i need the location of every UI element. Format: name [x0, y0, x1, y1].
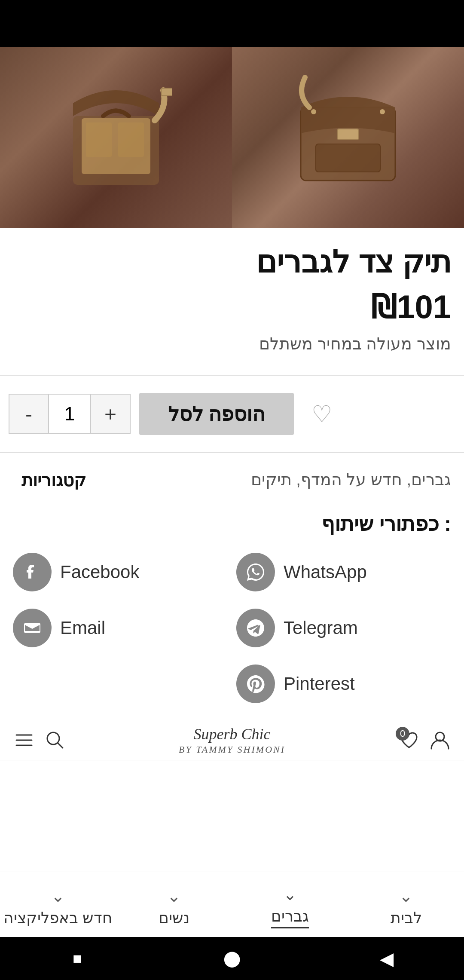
share-grid: WhatsApp Facebook Telegram: [13, 553, 451, 703]
product-price: ₪101: [13, 288, 451, 326]
share-section: : כפתורי שיתוף WhatsApp Facebook: [0, 503, 464, 720]
wishlist-button[interactable]: ♡: [302, 395, 341, 433]
android-back-button[interactable]: ◀: [372, 943, 402, 974]
svg-rect-10: [161, 88, 172, 96]
add-to-cart-button[interactable]: הוספה לסל: [139, 393, 294, 435]
svg-point-4: [311, 109, 316, 114]
nav-home-label: לבית: [391, 909, 422, 927]
share-telegram[interactable]: Telegram: [236, 609, 451, 647]
telegram-label: Telegram: [284, 618, 358, 638]
nav-item-new[interactable]: ⌄ חדש באפליקציה: [0, 882, 116, 931]
share-whatsapp[interactable]: WhatsApp: [236, 553, 451, 591]
top-navbar: 0 Superb Chic BY TAMMY SHIMONI: [0, 720, 464, 760]
nav-item-home[interactable]: ⌄ לבית: [348, 882, 464, 931]
categories-values: גברים, חדש על המדף, תיקים: [251, 470, 451, 489]
status-bar: [0, 0, 464, 47]
product-title: תיק צד לגברים: [13, 245, 451, 279]
search-button[interactable]: [44, 729, 66, 751]
pinterest-label: Pinterest: [284, 674, 355, 694]
nav-new-label: חדש באפליקציה: [3, 909, 113, 927]
brand-logo: Superb Chic BY TAMMY SHIMONI: [179, 725, 285, 755]
menu-button[interactable]: [13, 729, 35, 751]
nav-item-women[interactable]: ⌄ נשים: [116, 882, 232, 931]
quantity-value: 1: [48, 395, 91, 433]
whatsapp-label: WhatsApp: [284, 562, 367, 582]
qty-plus-button[interactable]: +: [91, 395, 130, 433]
svg-rect-3: [316, 144, 380, 172]
chevron-men-icon: ⌄: [283, 885, 297, 904]
email-icon: [13, 609, 52, 647]
categories-row: קטגוריות גברים, חדש על המדף, תיקים: [0, 457, 464, 503]
quantity-controls: + 1 -: [9, 394, 131, 434]
svg-rect-9: [118, 122, 144, 157]
cart-row: ♡ הוספה לסל + 1 -: [0, 380, 464, 448]
facebook-label: Facebook: [60, 562, 139, 582]
chevron-home-icon: ⌄: [399, 887, 413, 906]
bottom-navbar: ⌄ לבית ⌄ גברים ⌄ נשים ⌄ חדש באפליקציה ◀ …: [0, 872, 464, 980]
product-info: תיק צד לגברים ₪101 מוצר מעולה במחיר משתל…: [0, 228, 464, 371]
product-images: [0, 47, 464, 228]
telegram-icon: [236, 609, 275, 647]
android-recent-button[interactable]: ■: [62, 943, 92, 974]
navbar-right-icons: 0: [398, 729, 451, 751]
facebook-icon: [13, 553, 52, 591]
product-image-right: [0, 47, 232, 228]
android-system-bar: ◀ ⬤ ■: [0, 937, 464, 980]
categories-label: קטגוריות: [21, 470, 86, 490]
chevron-new-icon: ⌄: [51, 887, 65, 906]
heart-icon: ♡: [311, 401, 332, 428]
email-label: Email: [60, 618, 105, 638]
wishlist-count: 0: [396, 727, 409, 741]
share-facebook[interactable]: Facebook: [13, 553, 228, 591]
share-title: : כפתורי שיתוף: [13, 511, 451, 536]
user-icon-button[interactable]: [429, 729, 451, 751]
svg-rect-2: [337, 129, 359, 140]
whatsapp-icon: [236, 553, 275, 591]
nav-item-men[interactable]: ⌄ גברים: [232, 881, 348, 933]
product-image-left: [232, 47, 464, 228]
android-home-button[interactable]: ⬤: [217, 943, 247, 974]
bottom-nav-items: ⌄ לבית ⌄ גברים ⌄ נשים ⌄ חדש באפליקציה: [0, 872, 464, 937]
qty-minus-button[interactable]: -: [9, 395, 48, 433]
divider-2: [0, 452, 464, 453]
nav-men-label: גברים: [271, 907, 309, 928]
brand-logo-area: Superb Chic BY TAMMY SHIMONI: [179, 725, 285, 755]
pinterest-icon: [236, 665, 275, 703]
product-subtitle: מוצר מעולה במחיר משתלם: [13, 334, 451, 362]
svg-rect-8: [86, 122, 112, 157]
svg-point-5: [380, 109, 385, 114]
navbar-left-icons: [13, 729, 66, 751]
chevron-women-icon: ⌄: [167, 887, 181, 906]
nav-women-label: נשים: [159, 909, 189, 927]
share-pinterest[interactable]: Pinterest: [236, 665, 451, 703]
divider-1: [0, 375, 464, 376]
wishlist-heart-button[interactable]: 0: [398, 729, 420, 751]
share-email[interactable]: Email: [13, 609, 228, 647]
